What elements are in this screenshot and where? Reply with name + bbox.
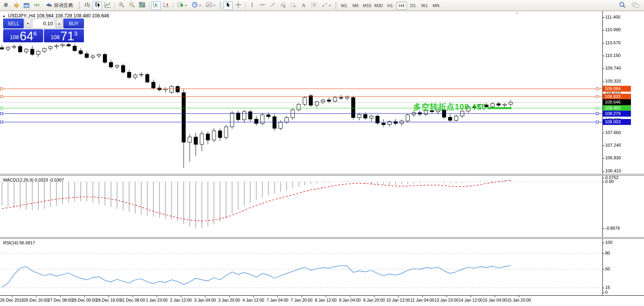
- signal-icon: [34, 2, 40, 9]
- templates-button[interactable]: ▼: [204, 1, 217, 10]
- timeframe-button-w1[interactable]: W1: [419, 2, 430, 9]
- price-tick-label: 107.660: [605, 130, 621, 135]
- vertical-line-button[interactable]: [247, 1, 257, 10]
- rsi-tick-label: 15: [605, 285, 610, 290]
- bar-chart-button[interactable]: [82, 1, 92, 10]
- timeframe-button-h4[interactable]: H4: [396, 2, 407, 9]
- mt4-window: 单 自动交易: [0, 0, 644, 306]
- periods-button[interactable]: ▼: [190, 1, 203, 10]
- crosshair-button[interactable]: [234, 1, 243, 10]
- collapse-chart-icon[interactable]: ▲: [2, 14, 6, 18]
- buy-price-box[interactable]: 108 71 3: [44, 29, 84, 42]
- cursor-button[interactable]: [223, 1, 233, 10]
- chat-button[interactable]: [631, 1, 640, 10]
- timeframe-button-m5[interactable]: M5: [350, 2, 361, 9]
- price-tick: [602, 17, 604, 18]
- panel-splitter[interactable]: [0, 237, 644, 239]
- candlestick-chart[interactable]: [0, 11, 602, 174]
- time-tick: [157, 296, 157, 297]
- volume-input[interactable]: [32, 19, 55, 28]
- timeframe-button-m1[interactable]: M1: [339, 2, 350, 9]
- price-tick-label: 110.990: [605, 27, 621, 32]
- timeframe-button-m15[interactable]: M15: [362, 2, 372, 9]
- volume-up-button[interactable]: ▲: [56, 19, 63, 28]
- sell-button[interactable]: SELL: [3, 19, 24, 28]
- bar-chart-icon: [84, 2, 90, 9]
- buy-price-prefix: 108: [50, 34, 59, 40]
- sell-price-main: 64: [20, 31, 33, 42]
- timeframe-button-h1[interactable]: H1: [385, 2, 395, 9]
- arrows-button[interactable]: ▼: [319, 1, 333, 10]
- new-chart-icon: [14, 3, 19, 8]
- tile-windows-button[interactable]: [137, 1, 147, 10]
- trendline-button[interactable]: [268, 1, 277, 10]
- timeframe-button-mn[interactable]: MN: [431, 2, 441, 9]
- volume-down-button[interactable]: ▼: [25, 19, 31, 28]
- chart-shift-marker[interactable]: ▽: [516, 11, 519, 15]
- new-chart-button[interactable]: [11, 1, 21, 10]
- price-tick: [602, 56, 604, 56]
- time-tick: [350, 296, 350, 297]
- crosshair-icon: [235, 2, 241, 9]
- price-tick: [602, 133, 604, 133]
- macd-chart[interactable]: [0, 176, 602, 237]
- timeframe-button-m30[interactable]: M30: [373, 2, 384, 9]
- auto-scroll-button[interactable]: [151, 1, 161, 10]
- chart-profiles-button[interactable]: [22, 1, 31, 10]
- level-price-label: 108.279: [603, 111, 631, 117]
- panel-splitter[interactable]: [0, 174, 644, 176]
- price-tick-label: 106.410: [605, 168, 621, 173]
- rsi-tick: [602, 293, 604, 293]
- cursor-arrow-icon: [225, 2, 231, 9]
- caret-down-icon: ▼: [27, 22, 29, 25]
- sell-price-box[interactable]: 108 64 6: [3, 29, 43, 42]
- time-tick: [84, 296, 85, 297]
- signals-button[interactable]: [32, 1, 42, 10]
- chat-icon: [632, 2, 640, 9]
- zoom-out-button[interactable]: [127, 1, 137, 10]
- macd-indicator-label: MACD(12,26,9) 0.0323 -0.0307: [3, 178, 64, 182]
- toolbar-separator: [149, 2, 149, 9]
- rsi-tick-label: 50: [605, 266, 610, 271]
- price-tick-label: 106.830: [605, 155, 621, 160]
- level-price-label: 108.003: [603, 119, 631, 125]
- auto-scroll-icon: [153, 2, 159, 9]
- chart-shift-button[interactable]: [161, 1, 171, 10]
- search-button[interactable]: [617, 1, 627, 10]
- arrows-icon: [321, 2, 328, 9]
- toolbar-gripper: [335, 2, 336, 9]
- fibonacci-button[interactable]: F: [289, 1, 298, 10]
- chart-shift-icon: [163, 2, 169, 9]
- buy-price-pip: 3: [74, 30, 77, 37]
- time-tick: [253, 296, 254, 297]
- rsi-chart[interactable]: [0, 239, 602, 295]
- chart-title-text: USDJPY-,H4 108.564 108.728 108.480 108.6…: [8, 13, 109, 19]
- rsi-tick-label: 80: [605, 251, 610, 255]
- equidistant-channel-button[interactable]: E: [278, 1, 288, 10]
- new-order-label: 单: [4, 2, 8, 9]
- time-tick: [374, 296, 374, 297]
- price-axis-border: [602, 11, 603, 295]
- sell-price-pip: 6: [33, 30, 36, 37]
- price-tick-label: 109.320: [605, 79, 621, 83]
- text-label-button[interactable]: T: [309, 1, 319, 10]
- dropdown-caret-icon: ▼: [185, 4, 187, 7]
- rsi-tick: [602, 269, 604, 270]
- time-tick: [133, 296, 133, 297]
- caret-up-icon: ▲: [58, 22, 61, 25]
- time-tick-label: 15 Jan 20:00: [502, 298, 536, 302]
- buy-button[interactable]: BUY: [63, 19, 84, 28]
- toolbar-separator: [173, 2, 173, 9]
- zoom-in-button[interactable]: [117, 1, 126, 10]
- candlestick-chart-button[interactable]: [93, 1, 102, 10]
- indicators-button[interactable]: ▼: [175, 1, 189, 10]
- text-button[interactable]: A: [299, 1, 308, 10]
- new-order-button[interactable]: 单: [1, 1, 11, 10]
- auto-trading-button[interactable]: 自动交易: [42, 1, 76, 10]
- timeframe-button-d1[interactable]: D1: [408, 2, 418, 9]
- price-tick: [602, 68, 604, 69]
- line-chart-button[interactable]: [103, 1, 112, 10]
- level-price-label: 108.833: [603, 94, 631, 100]
- rsi-tick: [602, 253, 604, 254]
- horizontal-line-button[interactable]: [258, 1, 267, 10]
